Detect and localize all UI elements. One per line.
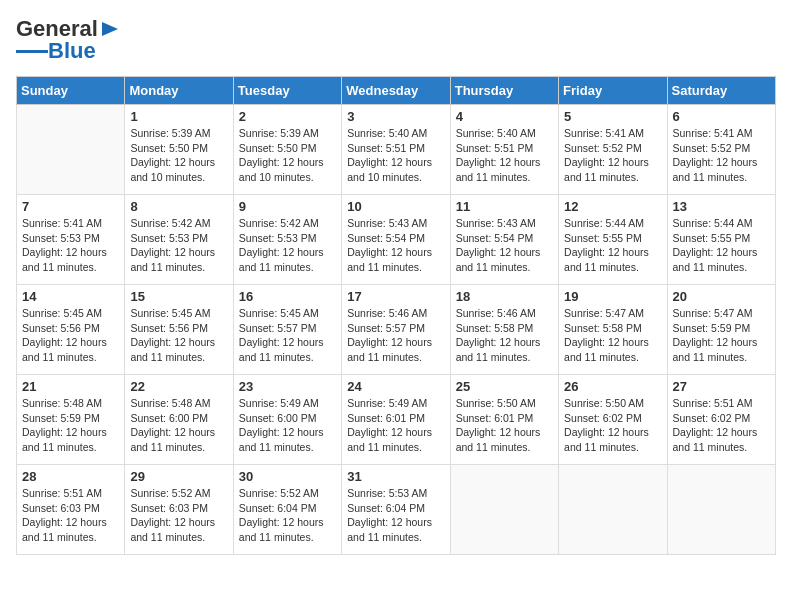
cell-info: Sunrise: 5:48 AMSunset: 6:00 PMDaylight:…: [130, 396, 227, 455]
cell-info: Sunrise: 5:50 AMSunset: 6:02 PMDaylight:…: [564, 396, 661, 455]
cell-info: Sunrise: 5:42 AMSunset: 5:53 PMDaylight:…: [130, 216, 227, 275]
calendar-cell: 24Sunrise: 5:49 AMSunset: 6:01 PMDayligh…: [342, 375, 450, 465]
cell-date-number: 9: [239, 199, 336, 214]
cell-date-number: 11: [456, 199, 553, 214]
cell-date-number: 31: [347, 469, 444, 484]
cell-date-number: 16: [239, 289, 336, 304]
header-saturday: Saturday: [667, 77, 775, 105]
cell-info: Sunrise: 5:40 AMSunset: 5:51 PMDaylight:…: [347, 126, 444, 185]
cell-info: Sunrise: 5:39 AMSunset: 5:50 PMDaylight:…: [239, 126, 336, 185]
header-monday: Monday: [125, 77, 233, 105]
header-friday: Friday: [559, 77, 667, 105]
cell-info: Sunrise: 5:42 AMSunset: 5:53 PMDaylight:…: [239, 216, 336, 275]
calendar-cell: 30Sunrise: 5:52 AMSunset: 6:04 PMDayligh…: [233, 465, 341, 555]
logo: General Blue: [16, 16, 122, 64]
cell-date-number: 10: [347, 199, 444, 214]
cell-date-number: 20: [673, 289, 770, 304]
calendar-cell: 18Sunrise: 5:46 AMSunset: 5:58 PMDayligh…: [450, 285, 558, 375]
cell-info: Sunrise: 5:49 AMSunset: 6:01 PMDaylight:…: [347, 396, 444, 455]
calendar-cell: 1Sunrise: 5:39 AMSunset: 5:50 PMDaylight…: [125, 105, 233, 195]
cell-date-number: 4: [456, 109, 553, 124]
calendar-cell: 15Sunrise: 5:45 AMSunset: 5:56 PMDayligh…: [125, 285, 233, 375]
cell-date-number: 8: [130, 199, 227, 214]
cell-date-number: 24: [347, 379, 444, 394]
calendar-cell: 10Sunrise: 5:43 AMSunset: 5:54 PMDayligh…: [342, 195, 450, 285]
logo-arrow-icon: [100, 18, 122, 40]
calendar-cell: 9Sunrise: 5:42 AMSunset: 5:53 PMDaylight…: [233, 195, 341, 285]
cell-date-number: 29: [130, 469, 227, 484]
cell-info: Sunrise: 5:47 AMSunset: 5:58 PMDaylight:…: [564, 306, 661, 365]
week-row-1: 7Sunrise: 5:41 AMSunset: 5:53 PMDaylight…: [17, 195, 776, 285]
cell-info: Sunrise: 5:45 AMSunset: 5:56 PMDaylight:…: [22, 306, 119, 365]
calendar-cell: 20Sunrise: 5:47 AMSunset: 5:59 PMDayligh…: [667, 285, 775, 375]
header-thursday: Thursday: [450, 77, 558, 105]
weekday-header-row: Sunday Monday Tuesday Wednesday Thursday…: [17, 77, 776, 105]
calendar-cell: 29Sunrise: 5:52 AMSunset: 6:03 PMDayligh…: [125, 465, 233, 555]
cell-date-number: 28: [22, 469, 119, 484]
cell-info: Sunrise: 5:43 AMSunset: 5:54 PMDaylight:…: [347, 216, 444, 275]
cell-date-number: 7: [22, 199, 119, 214]
cell-date-number: 27: [673, 379, 770, 394]
cell-info: Sunrise: 5:44 AMSunset: 5:55 PMDaylight:…: [564, 216, 661, 275]
calendar-cell: 13Sunrise: 5:44 AMSunset: 5:55 PMDayligh…: [667, 195, 775, 285]
cell-info: Sunrise: 5:39 AMSunset: 5:50 PMDaylight:…: [130, 126, 227, 185]
week-row-0: 1Sunrise: 5:39 AMSunset: 5:50 PMDaylight…: [17, 105, 776, 195]
calendar-cell: 26Sunrise: 5:50 AMSunset: 6:02 PMDayligh…: [559, 375, 667, 465]
cell-date-number: 30: [239, 469, 336, 484]
calendar-table: Sunday Monday Tuesday Wednesday Thursday…: [16, 76, 776, 555]
calendar-cell: 28Sunrise: 5:51 AMSunset: 6:03 PMDayligh…: [17, 465, 125, 555]
cell-info: Sunrise: 5:49 AMSunset: 6:00 PMDaylight:…: [239, 396, 336, 455]
cell-date-number: 13: [673, 199, 770, 214]
calendar-cell: [17, 105, 125, 195]
svg-marker-0: [102, 22, 118, 36]
calendar-cell: 21Sunrise: 5:48 AMSunset: 5:59 PMDayligh…: [17, 375, 125, 465]
calendar-cell: 12Sunrise: 5:44 AMSunset: 5:55 PMDayligh…: [559, 195, 667, 285]
calendar-cell: 3Sunrise: 5:40 AMSunset: 5:51 PMDaylight…: [342, 105, 450, 195]
cell-date-number: 22: [130, 379, 227, 394]
cell-date-number: 23: [239, 379, 336, 394]
cell-info: Sunrise: 5:41 AMSunset: 5:52 PMDaylight:…: [564, 126, 661, 185]
cell-date-number: 14: [22, 289, 119, 304]
cell-info: Sunrise: 5:40 AMSunset: 5:51 PMDaylight:…: [456, 126, 553, 185]
cell-info: Sunrise: 5:51 AMSunset: 6:02 PMDaylight:…: [673, 396, 770, 455]
logo-blue: Blue: [48, 38, 96, 64]
cell-info: Sunrise: 5:41 AMSunset: 5:53 PMDaylight:…: [22, 216, 119, 275]
cell-info: Sunrise: 5:45 AMSunset: 5:56 PMDaylight:…: [130, 306, 227, 365]
cell-info: Sunrise: 5:50 AMSunset: 6:01 PMDaylight:…: [456, 396, 553, 455]
calendar-cell: 31Sunrise: 5:53 AMSunset: 6:04 PMDayligh…: [342, 465, 450, 555]
header-sunday: Sunday: [17, 77, 125, 105]
calendar-cell: [450, 465, 558, 555]
calendar-cell: 23Sunrise: 5:49 AMSunset: 6:00 PMDayligh…: [233, 375, 341, 465]
calendar-cell: 4Sunrise: 5:40 AMSunset: 5:51 PMDaylight…: [450, 105, 558, 195]
cell-date-number: 17: [347, 289, 444, 304]
week-row-2: 14Sunrise: 5:45 AMSunset: 5:56 PMDayligh…: [17, 285, 776, 375]
calendar-cell: 14Sunrise: 5:45 AMSunset: 5:56 PMDayligh…: [17, 285, 125, 375]
cell-info: Sunrise: 5:52 AMSunset: 6:04 PMDaylight:…: [239, 486, 336, 545]
calendar-cell: 22Sunrise: 5:48 AMSunset: 6:00 PMDayligh…: [125, 375, 233, 465]
calendar-cell: 19Sunrise: 5:47 AMSunset: 5:58 PMDayligh…: [559, 285, 667, 375]
cell-date-number: 5: [564, 109, 661, 124]
calendar-cell: 7Sunrise: 5:41 AMSunset: 5:53 PMDaylight…: [17, 195, 125, 285]
cell-date-number: 6: [673, 109, 770, 124]
page-header: General Blue: [16, 16, 776, 64]
calendar-cell: 27Sunrise: 5:51 AMSunset: 6:02 PMDayligh…: [667, 375, 775, 465]
cell-info: Sunrise: 5:51 AMSunset: 6:03 PMDaylight:…: [22, 486, 119, 545]
calendar-cell: [559, 465, 667, 555]
cell-date-number: 2: [239, 109, 336, 124]
cell-info: Sunrise: 5:52 AMSunset: 6:03 PMDaylight:…: [130, 486, 227, 545]
calendar-cell: 6Sunrise: 5:41 AMSunset: 5:52 PMDaylight…: [667, 105, 775, 195]
cell-date-number: 19: [564, 289, 661, 304]
cell-info: Sunrise: 5:43 AMSunset: 5:54 PMDaylight:…: [456, 216, 553, 275]
cell-date-number: 15: [130, 289, 227, 304]
calendar-cell: 2Sunrise: 5:39 AMSunset: 5:50 PMDaylight…: [233, 105, 341, 195]
cell-info: Sunrise: 5:47 AMSunset: 5:59 PMDaylight:…: [673, 306, 770, 365]
cell-info: Sunrise: 5:46 AMSunset: 5:58 PMDaylight:…: [456, 306, 553, 365]
cell-info: Sunrise: 5:53 AMSunset: 6:04 PMDaylight:…: [347, 486, 444, 545]
cell-info: Sunrise: 5:44 AMSunset: 5:55 PMDaylight:…: [673, 216, 770, 275]
week-row-3: 21Sunrise: 5:48 AMSunset: 5:59 PMDayligh…: [17, 375, 776, 465]
cell-date-number: 18: [456, 289, 553, 304]
calendar-cell: 25Sunrise: 5:50 AMSunset: 6:01 PMDayligh…: [450, 375, 558, 465]
cell-date-number: 25: [456, 379, 553, 394]
cell-date-number: 3: [347, 109, 444, 124]
header-tuesday: Tuesday: [233, 77, 341, 105]
